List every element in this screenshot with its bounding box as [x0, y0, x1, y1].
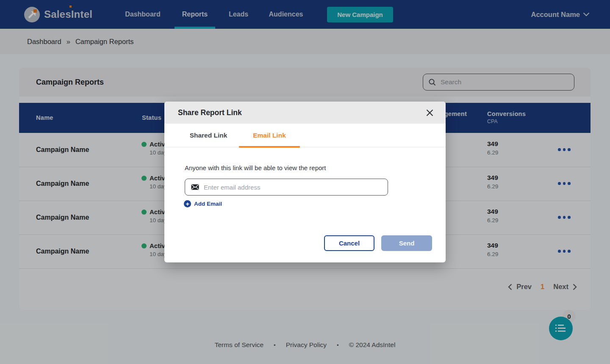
page: SalesIntel Dashboard Reports Leads Audie…: [0, 0, 610, 364]
modal-header: Share Report Link: [164, 102, 446, 124]
envelope-icon: [191, 184, 204, 190]
active-tab-indicator: [239, 146, 300, 148]
modal-tabs: Shared Link Email Link: [164, 124, 446, 147]
close-icon[interactable]: [424, 108, 435, 118]
share-report-modal: Share Report Link Shared Link Email Link…: [164, 102, 446, 262]
tab-email-link-label: Email Link: [253, 132, 286, 139]
share-description: Anyone with this link will be able to vi…: [185, 164, 326, 171]
modal-title: Share Report Link: [178, 102, 242, 124]
add-email-button[interactable]: + Add Email: [184, 200, 222, 207]
email-input[interactable]: [204, 184, 382, 191]
email-field: [185, 179, 388, 196]
tab-shared-link[interactable]: Shared Link: [189, 124, 228, 147]
send-button[interactable]: Send: [381, 235, 432, 251]
add-email-label: Add Email: [194, 201, 222, 207]
cancel-button[interactable]: Cancel: [324, 235, 374, 251]
plus-icon: +: [184, 200, 191, 207]
tab-email-link[interactable]: Email Link: [239, 124, 300, 147]
